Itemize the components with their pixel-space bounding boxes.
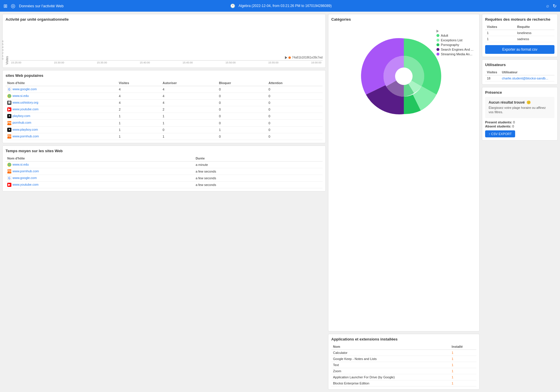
avg-time-panel: Temps moyen sur les sites Web Nom d'hôte… [2, 146, 326, 191]
col-visits: Visites [117, 80, 161, 86]
cell-visits: 2 [117, 106, 161, 113]
cell-host[interactable]: Gwww.google.com [6, 175, 194, 181]
cell-host[interactable]: PHwww.pornhub.com [6, 133, 117, 140]
search-icon[interactable]: ⌕ [546, 3, 549, 8]
table-row: ▶www.youtube.com a few seconds [6, 182, 323, 188]
apps-table: Nom Installé Calculator 1 Google Keep - … [331, 344, 476, 386]
cell-app-name: Blocksi Enterprise Edition [331, 380, 450, 386]
table-row: 🏛www.ushistory.org 4 4 0 0 [6, 100, 323, 106]
users-title: Utilisateurs [485, 63, 554, 67]
popular-sites-title: sites Web populaires [6, 73, 323, 78]
pie-chart-container: Adult Exceptions List Pornography Search… [331, 24, 476, 129]
cell-attention: 0 [267, 106, 323, 113]
col-allow: Autoriser [161, 80, 217, 86]
y-axis-label: Visites [6, 24, 9, 65]
presence-stats: Present students: 0 Absent students: 0 [485, 120, 554, 128]
cell-allow: 0 [161, 126, 217, 133]
cell-sr-query: loneliness [515, 30, 554, 36]
cell-visits: 4 [117, 86, 161, 93]
table-row: Gwww.google.com 4 4 0 0 [6, 86, 323, 93]
legend-streaming: Streaming Media An... [436, 52, 473, 56]
pie-chart-svg [360, 33, 448, 120]
col-block: Bloquer [217, 80, 267, 86]
popular-sites-table: Nom d'hôte Visites Autoriser Bloquer Att… [6, 80, 323, 140]
cell-app-name: Zoom [331, 368, 450, 374]
cell-allow: 1 [161, 113, 217, 120]
legend-dot-search [436, 48, 439, 51]
cell-app-count: 1 [450, 380, 476, 386]
table-row: 🌐www.si.edu 4 4 0 0 [6, 93, 323, 100]
apps-panel: Applications et extensions installées No… [328, 334, 480, 390]
cell-attention: 0 [267, 100, 323, 106]
table-row: ✕www.playboy.com 1 0 1 0 [6, 126, 323, 133]
cell-host[interactable]: ✕playboy.com [6, 113, 117, 120]
cell-visits: 1 [117, 126, 161, 133]
cell-block: 0 [217, 93, 267, 100]
categories-panel: Catégories [328, 14, 480, 331]
legend-dot-adult [436, 34, 439, 37]
cell-app-count: 1 [450, 368, 476, 374]
cell-app-name: Google Keep - Notes and Lists [331, 356, 450, 362]
cell-allow: 4 [161, 86, 217, 93]
legend-dot-pornography [436, 43, 439, 46]
table-row: Text 1 [331, 362, 476, 368]
present-value: 0 [513, 120, 515, 124]
search-requests-table: Visites Requête 1 loneliness 1 sadness [485, 24, 554, 42]
table-row: 1 loneliness [485, 30, 554, 36]
presence-no-result: Aucun résultat trouvé [489, 100, 525, 104]
presence-sad-icon: 😕 [526, 100, 531, 104]
legend-dot-streaming [436, 53, 439, 56]
cell-attention: 0 [267, 126, 323, 133]
cell-block: 0 [217, 133, 267, 140]
cell-host[interactable]: Gwww.google.com [6, 86, 117, 93]
cell-duration: a few seconds [194, 182, 323, 188]
app-title: Données sur l'activité Web [19, 4, 227, 8]
cell-visits: 4 [117, 93, 161, 100]
device-id: 74a81b181861e39c7ed [292, 56, 323, 59]
activity-title: Activité par unité organisationnelle [6, 17, 323, 22]
cell-duration: a few seconds [194, 175, 323, 181]
users-panel: Utilisateurs Visites Utilisateur 18 char… [482, 59, 558, 85]
cell-host[interactable]: ▶www.youtube.com [6, 182, 194, 188]
x-axis: 15:25:00 15:30:00 15:35:00 15:40:00 15:4… [10, 61, 323, 65]
presence-csv-export-button[interactable]: ↑ CSV EXPORT [485, 130, 515, 137]
table-row: ✕playboy.com 1 1 0 0 [6, 113, 323, 120]
grid-icon[interactable]: ⊞ [3, 3, 7, 9]
absent-students-row: Absent students: 0 [485, 125, 554, 128]
cell-app-count: 1 [450, 350, 476, 356]
avg-time-title: Temps moyen sur les sites Web [6, 149, 323, 153]
chart-inner: 74a81b181861e39c7ed 0 1 2 3 4 5 6 [10, 56, 323, 65]
cell-host[interactable]: 🌐www.si.edu [6, 93, 117, 100]
clock-icon: 🕐 [230, 3, 235, 8]
cell-host[interactable]: PHwww.pornhub.com [6, 168, 194, 175]
presence-panel: Présence Aucun résultat trouvé 😕 Élargis… [482, 87, 558, 141]
presence-empty: Aucun résultat trouvé 😕 Élargissez votre… [485, 97, 554, 118]
cell-host[interactable]: 🏛www.ushistory.org [6, 100, 117, 106]
export-csv-button[interactable]: Exporter au format csv [485, 45, 554, 54]
cell-host[interactable]: 🌐www.si.edu [6, 161, 194, 168]
cell-host[interactable]: ✕www.playboy.com [6, 126, 117, 133]
logo-icon: ◎ [11, 3, 15, 9]
cell-app-name: Application Launcher For Drive (by Googl… [331, 374, 450, 380]
cell-allow: 1 [161, 120, 217, 126]
cell-host[interactable]: ▶www.youtube.com [6, 106, 117, 113]
cell-host[interactable]: PHpornhub.com [6, 120, 117, 126]
cell-sr-visits: 1 [485, 36, 515, 42]
session-info: Algebra (2022-12-04, from 03:21:26 PM to… [239, 4, 332, 8]
cell-duration: a minute [194, 161, 323, 168]
legend-pornography: Pornography [436, 43, 473, 47]
col-host: Nom d'hôte [6, 80, 117, 86]
chart-bars: 0 1 2 3 4 5 6 [10, 60, 323, 61]
cell-block: 0 [217, 86, 267, 93]
table-row: Application Launcher For Drive (by Googl… [331, 374, 476, 380]
cell-block: 1 [217, 126, 267, 133]
cell-attention: 0 [267, 133, 323, 140]
activity-chart-panel: Activité par unité organisationnelle Vis… [2, 14, 326, 68]
table-row: Google Keep - Notes and Lists 1 [331, 356, 476, 362]
table-row: 1 sadness [485, 36, 554, 42]
table-row: 🌐www.si.edu a minute [6, 161, 323, 168]
cell-block: 0 [217, 100, 267, 106]
presence-empty-title-row: Aucun résultat trouvé 😕 [489, 100, 551, 104]
search-requests-panel: Requêtes des moteurs de recherche Visite… [482, 14, 558, 57]
refresh-icon[interactable]: ↻ [553, 3, 557, 9]
